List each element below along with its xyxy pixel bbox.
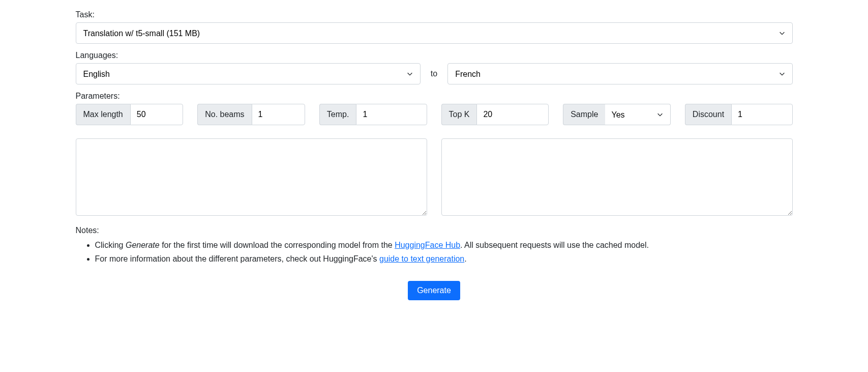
no-beams-label: No. beams xyxy=(197,104,251,125)
output-textarea[interactable] xyxy=(441,138,793,216)
max-length-input[interactable] xyxy=(130,104,183,125)
parameters-label: Parameters: xyxy=(76,92,793,101)
discount-input[interactable] xyxy=(731,104,792,125)
task-select[interactable]: Translation w/ t5-small (151 MB) xyxy=(76,22,793,44)
no-beams-input[interactable] xyxy=(252,104,305,125)
huggingface-hub-link[interactable]: HuggingFace Hub xyxy=(395,241,460,249)
discount-label: Discount xyxy=(685,104,731,125)
target-language-select[interactable]: French xyxy=(447,63,792,84)
languages-label: Languages: xyxy=(76,51,793,60)
top-k-label: Top K xyxy=(441,104,477,125)
source-language-select[interactable]: English xyxy=(76,63,421,84)
temp-label: Temp. xyxy=(319,104,356,125)
sample-select[interactable]: Yes xyxy=(605,104,670,125)
notes-label: Notes: xyxy=(76,226,793,235)
max-length-label: Max length xyxy=(76,104,130,125)
input-textarea[interactable] xyxy=(76,138,427,216)
text-generation-guide-link[interactable]: guide to text generation xyxy=(379,254,464,263)
generate-button[interactable]: Generate xyxy=(408,281,460,300)
top-k-input[interactable] xyxy=(476,104,549,125)
sample-label: Sample xyxy=(563,104,605,125)
note-item-1: Clicking Generate for the first time wil… xyxy=(95,238,793,252)
to-label: to xyxy=(429,69,439,78)
temp-input[interactable] xyxy=(356,104,427,125)
note-item-2: For more information about the different… xyxy=(95,252,793,266)
task-label: Task: xyxy=(76,10,793,19)
